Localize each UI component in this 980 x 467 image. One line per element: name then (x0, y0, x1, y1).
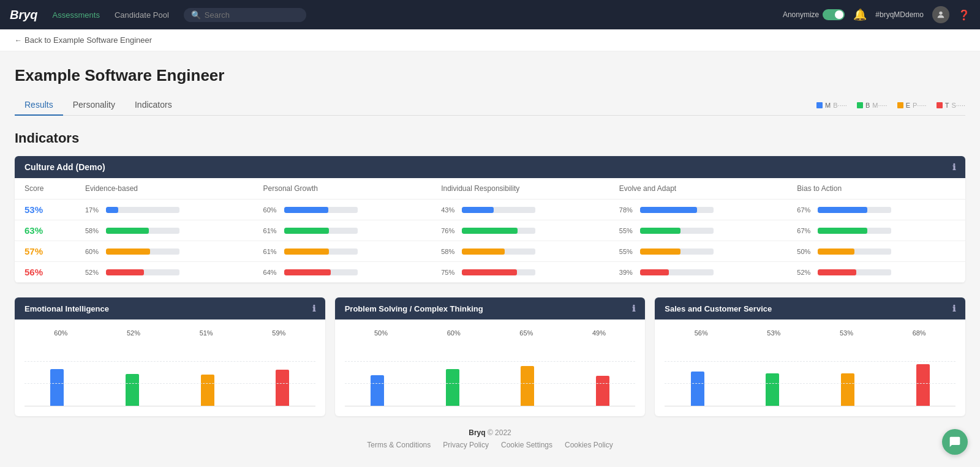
bar-single (596, 376, 609, 406)
footer-terms[interactable]: Terms & Conditions (367, 441, 431, 449)
svg-point-0 (939, 12, 942, 15)
table-cell: 58% (75, 220, 254, 241)
nav-candidate-pool[interactable]: Candidate Pool (115, 10, 169, 20)
avatar[interactable] (932, 6, 949, 23)
table-cell: 78% (609, 200, 788, 220)
tab-results[interactable]: Results (15, 95, 63, 116)
footer: Bryq © 2022 Terms & Conditions Privacy P… (15, 416, 965, 461)
bar-label: 60% (54, 329, 67, 337)
col-action: Bias to Action (787, 178, 965, 200)
sales-customer-header: Sales and Customer Service ℹ (655, 297, 965, 319)
notification-icon[interactable]: 🔔 (853, 8, 867, 21)
breadcrumb-back[interactable]: ← Back to Example Software Engineer (15, 35, 152, 45)
navbar-right: Anonymize 🔔 #bryqMDdemo ❓ (783, 6, 970, 23)
tabs-row: Results Personality Indicators M B····· … (15, 95, 965, 116)
legend-dot-red (937, 102, 943, 108)
bar-column (371, 375, 384, 406)
sales-customer-info-icon[interactable]: ℹ (952, 304, 956, 313)
account-label[interactable]: #bryqMDdemo (875, 10, 924, 19)
search-input[interactable] (205, 10, 290, 20)
legend-code-blue: M (825, 102, 831, 109)
legend-item-blue: M B····· (816, 102, 847, 109)
anonymize-toggle-wrap: Anonymize (783, 9, 845, 20)
bar-single (126, 374, 139, 406)
bar-single (371, 375, 384, 406)
bar-column (916, 364, 930, 406)
col-growth: Personal Growth (254, 178, 432, 200)
legend-dot-blue (816, 102, 823, 108)
emotional-intelligence-body: 60%52%51%59% (15, 319, 325, 416)
main-content: Example Software Engineer Results Person… (0, 51, 980, 467)
bar-label: 65% (519, 329, 533, 337)
legend-code-orange: E (906, 102, 910, 109)
bar-column (691, 372, 704, 406)
legend-text-red: S····· (951, 102, 965, 109)
problem-solving-info-icon[interactable]: ℹ (632, 304, 635, 313)
bar-label: 56% (695, 329, 708, 337)
sales-customer-body: 56%53%53%68% (655, 319, 965, 416)
page-title: Example Software Engineer (15, 66, 965, 85)
bar-single (276, 370, 289, 406)
table-cell: 67% (787, 200, 965, 220)
chat-bubble[interactable] (942, 429, 968, 455)
sales-customer-chart: 56%53%53%68% (665, 329, 956, 406)
section-title: Indicators (15, 130, 965, 146)
search-bar[interactable]: 🔍 (184, 8, 306, 22)
breadcrumb-label: Back to Example Software Engineer (24, 35, 152, 45)
bar-chart-labels: 56%53%53%68% (665, 329, 956, 337)
culture-add-title: Culture Add (Demo) (24, 162, 105, 172)
problem-solving-body: 50%60%65%49% (335, 319, 646, 416)
bar-label: 60% (447, 329, 461, 337)
bar-single (446, 369, 459, 406)
table-cell: 17% (75, 200, 254, 220)
footer-privacy[interactable]: Privacy Policy (443, 441, 489, 449)
emotional-intelligence-info-icon[interactable]: ℹ (312, 304, 315, 313)
anonymize-toggle[interactable] (823, 9, 845, 20)
score-cell: 53% (15, 200, 75, 220)
col-evidence: Evidence-based (75, 178, 254, 200)
score-cell: 56% (15, 262, 75, 283)
col-score: Score (15, 178, 75, 200)
footer-brand: Bryq (469, 428, 485, 437)
table-cell: 52% (787, 262, 965, 283)
table-cell: 39% (609, 262, 788, 283)
bar-single (521, 366, 534, 406)
nav-assessments[interactable]: Assessments (53, 10, 100, 20)
bar-chart-labels: 50%60%65%49% (345, 329, 636, 337)
legend: M B····· B M····· E P····· T S····· (816, 102, 965, 109)
bar-label: 53% (767, 329, 780, 337)
bar-chart-area (665, 339, 956, 406)
emotional-intelligence-chart: 60%52%51%59% (24, 329, 315, 406)
help-icon[interactable]: ❓ (958, 9, 970, 21)
legend-text-orange: P····· (913, 102, 927, 109)
table-cell: 61% (254, 241, 432, 262)
bar-chart-area (345, 339, 636, 406)
bar-single (691, 372, 704, 406)
bar-single (201, 375, 214, 406)
bar-column (521, 366, 534, 406)
emotional-intelligence-title: Emotional Intelligence (24, 304, 109, 313)
bar-chart-area (24, 339, 315, 406)
bar-single (766, 373, 779, 406)
footer-cookies-policy[interactable]: Cookies Policy (565, 441, 613, 449)
sales-customer-title: Sales and Customer Service (665, 304, 772, 313)
bar-label: 50% (374, 329, 388, 337)
breadcrumb-bar: ← Back to Example Software Engineer (0, 29, 980, 51)
col-responsibility: Individual Responsibility (431, 178, 609, 200)
sales-customer-card: Sales and Customer Service ℹ 56%53%53%68… (655, 297, 965, 416)
tab-personality[interactable]: Personality (63, 95, 125, 116)
tab-indicators[interactable]: Indicators (125, 95, 182, 116)
bar-single (50, 369, 64, 406)
legend-text-blue: B····· (833, 102, 847, 109)
navbar: Bryq Assessments Candidate Pool 🔍 Anonym… (0, 0, 980, 29)
toggle-knob (835, 10, 843, 19)
culture-add-info-icon[interactable]: ℹ (952, 162, 956, 172)
table-cell: 67% (787, 220, 965, 241)
bar-single (841, 373, 854, 406)
bar-column (766, 373, 779, 406)
footer-cookie-settings[interactable]: Cookie Settings (501, 441, 552, 449)
legend-dot-orange (897, 102, 903, 108)
table-cell: 52% (75, 262, 254, 283)
legend-item-green: B M····· (857, 102, 888, 109)
score-cell: 63% (15, 220, 75, 241)
